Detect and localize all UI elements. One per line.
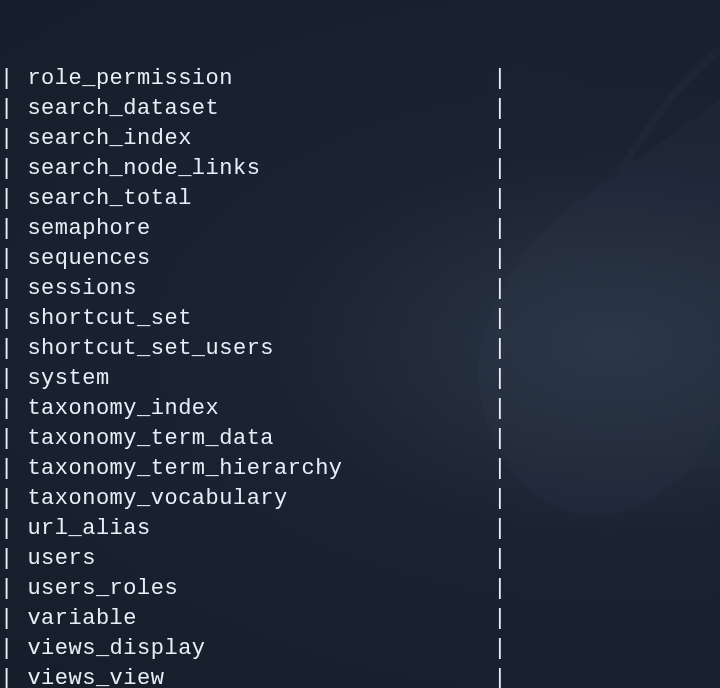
table-name: semaphore (27, 216, 493, 241)
table-row: | url_alias | (0, 514, 720, 544)
table-name: search_dataset (27, 96, 493, 121)
table-name: url_alias (27, 516, 493, 541)
table-name: variable (27, 606, 493, 631)
table-row: | search_total | (0, 184, 720, 214)
table-row: | search_dataset | (0, 94, 720, 124)
mysql-show-tables-output: | role_permission || search_dataset || s… (0, 0, 720, 688)
table-row: | sequences | (0, 244, 720, 274)
table-row: | semaphore | (0, 214, 720, 244)
table-row: | system | (0, 364, 720, 394)
table-row: | taxonomy_term_hierarchy | (0, 454, 720, 484)
table-row: | views_display | (0, 634, 720, 664)
table-row: | role_permission | (0, 64, 720, 94)
table-name: sequences (27, 246, 493, 271)
table-name: system (27, 366, 493, 391)
table-name: role_permission (27, 66, 493, 91)
table-name: sessions (27, 276, 493, 301)
table-name: users_roles (27, 576, 493, 601)
table-name: search_total (27, 186, 493, 211)
table-row: | sessions | (0, 274, 720, 304)
table-name: views_display (27, 636, 493, 661)
table-name: taxonomy_term_hierarchy (27, 456, 493, 481)
table-name: taxonomy_index (27, 396, 493, 421)
table-name: search_node_links (27, 156, 493, 181)
table-row: | users | (0, 544, 720, 574)
table-name: taxonomy_vocabulary (27, 486, 493, 511)
table-name: taxonomy_term_data (27, 426, 493, 451)
table-row: | search_index | (0, 124, 720, 154)
table-row: | shortcut_set_users | (0, 334, 720, 364)
table-row: | search_node_links | (0, 154, 720, 184)
table-row: | taxonomy_vocabulary | (0, 484, 720, 514)
table-row: | taxonomy_term_data | (0, 424, 720, 454)
table-name: shortcut_set_users (27, 336, 493, 361)
table-row: | taxonomy_index | (0, 394, 720, 424)
table-name: shortcut_set (27, 306, 493, 331)
table-name: search_index (27, 126, 493, 151)
table-name: views_view (27, 666, 493, 688)
table-row: | views_view | (0, 664, 720, 688)
table-row: | shortcut_set | (0, 304, 720, 334)
table-row: | users_roles | (0, 574, 720, 604)
table-name: users (27, 546, 493, 571)
table-row: | variable | (0, 604, 720, 634)
